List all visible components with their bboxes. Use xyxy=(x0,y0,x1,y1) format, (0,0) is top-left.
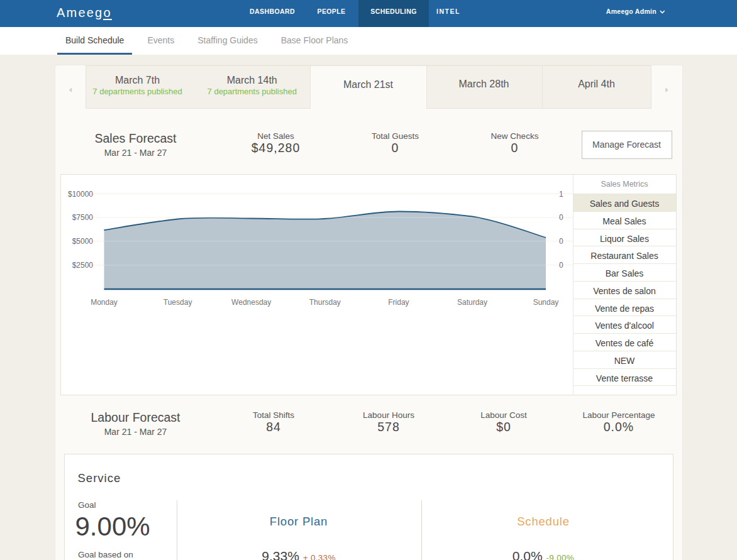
svg-text:Monday: Monday xyxy=(91,298,118,307)
svg-text:$10000: $10000 xyxy=(67,190,92,199)
svg-text:1: 1 xyxy=(559,190,563,199)
svg-text:Sunday: Sunday xyxy=(533,298,558,307)
svg-text:$2500: $2500 xyxy=(72,261,93,270)
svg-text:0: 0 xyxy=(559,213,563,222)
svg-text:$7500: $7500 xyxy=(72,213,93,222)
svg-text:Friday: Friday xyxy=(388,298,409,307)
svg-text:Wednesday: Wednesday xyxy=(231,298,271,307)
svg-text:0: 0 xyxy=(559,237,563,246)
svg-text:$5000: $5000 xyxy=(72,237,93,246)
svg-text:Saturday: Saturday xyxy=(457,298,487,307)
svg-text:Thursday: Thursday xyxy=(309,298,340,307)
svg-text:Tuesday: Tuesday xyxy=(163,298,192,307)
svg-text:0: 0 xyxy=(559,261,563,270)
